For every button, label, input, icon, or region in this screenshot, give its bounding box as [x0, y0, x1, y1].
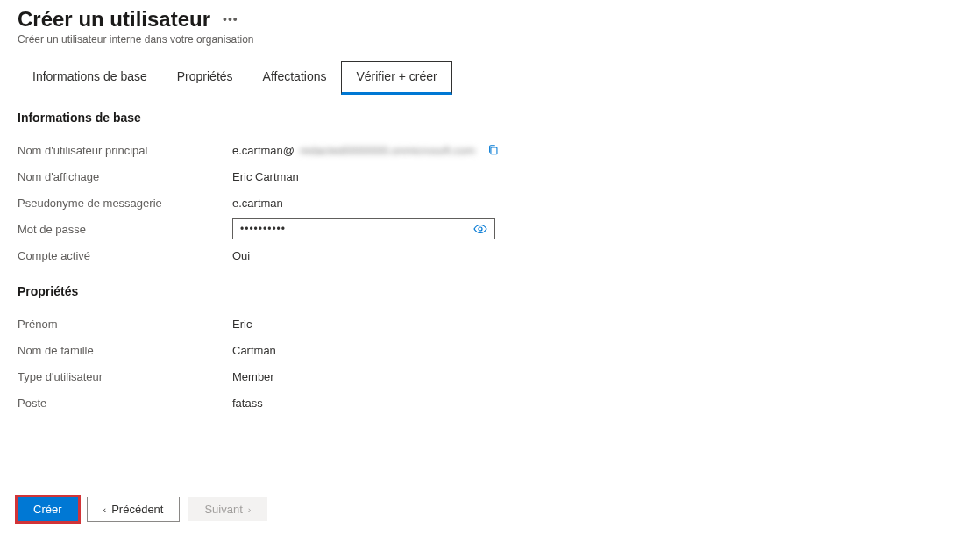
label-first-name: Prénom	[18, 318, 232, 331]
tab-assignments[interactable]: Affectations	[248, 61, 342, 95]
value-account-enabled: Oui	[232, 249, 250, 262]
page-subtitle: Créer un utilisateur interne dans votre …	[18, 33, 962, 46]
tab-properties[interactable]: Propriétés	[162, 61, 248, 95]
value-user-type: Member	[232, 370, 274, 383]
eye-icon[interactable]	[473, 222, 487, 236]
chevron-left-icon: ‹	[103, 504, 107, 515]
next-label: Suivant	[204, 503, 242, 516]
value-job-title: fatass	[232, 397, 263, 410]
value-upn: e.cartman@redacted0000000.onmicrosoft.co…	[232, 144, 500, 157]
password-field[interactable]: ••••••••••	[232, 218, 495, 239]
copy-icon[interactable]	[487, 144, 500, 156]
password-value: ••••••••••	[240, 223, 286, 235]
next-button: Suivant ›	[188, 497, 266, 521]
upn-domain: redacted0000000.onmicrosoft.com	[300, 144, 475, 157]
row-user-type: Type d'utilisateur Member	[18, 363, 962, 389]
svg-point-1	[479, 227, 482, 231]
chevron-right-icon: ›	[248, 504, 252, 515]
section-title-properties: Propriétés	[18, 284, 962, 298]
row-mail-nickname: Pseudonyme de messagerie e.cartman	[18, 189, 962, 216]
footer: Créer ‹ Précédent Suivant ›	[0, 482, 980, 536]
row-upn: Nom d'utilisateur principal e.cartman@re…	[18, 137, 962, 163]
label-upn: Nom d'utilisateur principal	[18, 144, 232, 157]
label-user-type: Type d'utilisateur	[18, 370, 232, 383]
value-last-name: Cartman	[232, 344, 276, 357]
value-display-name: Eric Cartman	[232, 170, 299, 183]
tabs: Informations de base Propriétés Affectat…	[0, 51, 980, 95]
label-last-name: Nom de famille	[18, 344, 232, 357]
value-mail-nickname: e.cartman	[232, 197, 283, 210]
previous-label: Précédent	[111, 503, 163, 516]
row-display-name: Nom d'affichage Eric Cartman	[18, 163, 962, 189]
svg-rect-0	[491, 147, 497, 154]
tab-basic-info[interactable]: Informations de base	[18, 61, 162, 95]
value-first-name: Eric	[232, 318, 252, 331]
label-account-enabled: Compte activé	[18, 249, 232, 262]
row-last-name: Nom de famille Cartman	[18, 337, 962, 363]
row-password: Mot de passe ••••••••••	[18, 216, 962, 242]
section-title-basic: Informations de base	[18, 111, 962, 125]
row-job-title: Poste fatass	[18, 389, 962, 416]
page-title: Créer un utilisateur	[18, 7, 210, 32]
label-mail-nickname: Pseudonyme de messagerie	[18, 197, 232, 210]
previous-button[interactable]: ‹ Précédent	[87, 497, 181, 522]
label-display-name: Nom d'affichage	[18, 170, 232, 183]
label-password: Mot de passe	[18, 223, 232, 236]
tab-review-create[interactable]: Vérifier + créer	[341, 61, 451, 95]
create-button[interactable]: Créer	[18, 497, 78, 521]
row-first-name: Prénom Eric	[18, 311, 962, 337]
more-icon[interactable]: •••	[223, 12, 238, 26]
row-account-enabled: Compte activé Oui	[18, 242, 962, 268]
label-job-title: Poste	[18, 397, 232, 410]
upn-prefix: e.cartman@	[232, 144, 295, 157]
